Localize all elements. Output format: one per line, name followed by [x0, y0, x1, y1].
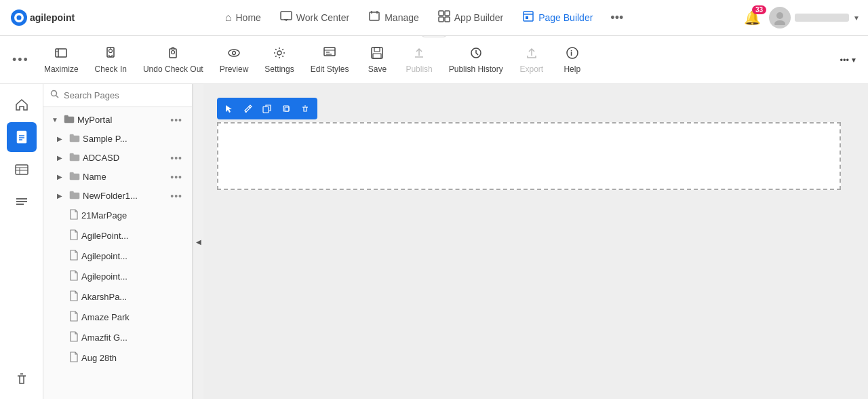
nav-pagebuilder[interactable]: Page Builder	[514, 6, 601, 29]
tree-item-samplep[interactable]: ▶ Sample P...	[46, 130, 189, 148]
end-more-icon: •••	[840, 55, 849, 65]
expand-newfolder1[interactable]: ▶	[57, 192, 66, 200]
nav-workcenter[interactable]: Work Center	[272, 6, 357, 29]
svg-point-2	[17, 16, 22, 20]
tree-item-amazepark[interactable]: Amaze Park	[46, 307, 189, 327]
sidebar-icon-home[interactable]	[7, 90, 37, 119]
svg-rect-35	[374, 48, 380, 52]
tree-label-myportal: MyPortal	[77, 115, 166, 125]
publishhistory-icon	[469, 46, 483, 62]
element-tool-copy[interactable]	[278, 100, 294, 117]
tree-item-akarshpa[interactable]: AkarshPa...	[46, 287, 189, 307]
canvas-element[interactable]	[217, 122, 841, 190]
svg-rect-14	[524, 12, 533, 21]
element-tool-select[interactable]	[221, 100, 237, 117]
user-avatar[interactable]: ▼	[769, 7, 860, 28]
undocheckout-icon	[166, 46, 180, 62]
tree-item-myportal[interactable]: ▼ MyPortal •••	[46, 111, 189, 129]
expand-name[interactable]: ▶	[57, 173, 66, 180]
tree-item-amazfitg[interactable]: Amazfit G...	[46, 328, 189, 347]
sidebar-icon-trash[interactable]	[7, 364, 37, 394]
tree-label-name: Name	[83, 172, 166, 182]
nav-pagebuilder-label: Page Builder	[538, 12, 593, 23]
tree-label-agilepoint2: Agilepoint...	[81, 251, 184, 261]
folder-icon-name	[69, 171, 80, 183]
tree-item-newfolder1[interactable]: ▶ NewFolder1... •••	[46, 187, 189, 205]
svg-line-54	[56, 96, 59, 98]
tree-label-newfolder1: NewFolder1...	[83, 191, 166, 201]
toolbar-editstyles[interactable]: Edit Styles	[302, 42, 357, 78]
toolbar-overflow-more[interactable]: •••	[5, 49, 36, 71]
tree-item-21marpage[interactable]: 21MarPage	[46, 206, 189, 225]
toolbar-publishhistory[interactable]: Publish History	[441, 42, 511, 78]
element-tool-delete[interactable]	[297, 100, 313, 117]
nav-home-label: Home	[236, 12, 261, 23]
tree-more-name[interactable]: •••	[169, 172, 184, 183]
checkin-label: Check In	[95, 64, 127, 74]
svg-rect-11	[445, 11, 450, 16]
help-label: Help	[564, 64, 580, 74]
toolbar-end-more[interactable]: ••• ▼	[834, 51, 863, 69]
notification-button[interactable]: 🔔 33	[744, 10, 761, 26]
expand-adcasd[interactable]: ▶	[57, 154, 66, 162]
canvas-area[interactable]	[203, 84, 868, 399]
element-tool-duplicate[interactable]	[259, 100, 275, 117]
sidebar-icon-pages[interactable]	[7, 122, 37, 152]
tree-more-adcasd[interactable]: •••	[169, 153, 184, 164]
expand-myportal[interactable]: ▼	[52, 116, 61, 124]
toolbar-undocheckout[interactable]: Undo Check Out	[135, 42, 212, 78]
sidebar-icon-content[interactable]	[7, 187, 37, 217]
pages-panel: ▼ MyPortal ••• ▶ Sample P...	[43, 84, 193, 399]
folder-icon-newfolder1	[69, 190, 80, 202]
export-label: Export	[519, 64, 543, 74]
notification-badge: 33	[752, 5, 766, 14]
export-icon	[525, 46, 538, 62]
settings-icon	[273, 46, 286, 62]
svg-rect-16	[526, 16, 528, 19]
svg-rect-13	[445, 17, 450, 22]
nav-manage[interactable]: Manage	[360, 6, 427, 29]
toolbar-maximize[interactable]: Maximize	[36, 42, 87, 78]
svg-point-26	[172, 50, 175, 54]
page-icon-akarshpa	[69, 290, 79, 303]
publish-icon	[412, 46, 426, 62]
nav-appbuilder-label: App Builder	[454, 12, 503, 23]
collapse-sidebar-button[interactable]: ◀	[193, 84, 203, 399]
maximize-icon	[54, 46, 68, 62]
tree-more-newfolder1[interactable]: •••	[169, 191, 184, 202]
tree-item-name[interactable]: ▶ Name •••	[46, 168, 189, 186]
svg-point-18	[774, 20, 785, 25]
home-icon: ⌂	[225, 12, 232, 24]
svg-point-53	[52, 91, 57, 96]
tree-label-amazepark: Amaze Park	[81, 312, 184, 322]
toolbar-preview[interactable]: Preview	[212, 42, 257, 78]
svg-rect-45	[16, 165, 28, 174]
tree-item-adcasd[interactable]: ▶ ADCASD •••	[46, 149, 189, 167]
tree-item-aug28th[interactable]: Aug 28th	[46, 348, 189, 368]
search-input[interactable]	[64, 90, 185, 100]
tree-item-agilepoint3[interactable]: Agilepoint...	[46, 267, 189, 286]
page-icon-21marpage	[69, 209, 79, 222]
toolbar-settings[interactable]: Settings	[256, 42, 302, 78]
tree-more-myportal[interactable]: •••	[169, 115, 184, 126]
nav-manage-label: Manage	[384, 12, 419, 23]
element-tool-edit[interactable]	[240, 100, 256, 117]
pages-tree: ▼ MyPortal ••• ▶ Sample P...	[43, 107, 192, 399]
nav-home[interactable]: ⌂ Home	[217, 7, 269, 28]
canvas-container	[203, 84, 868, 204]
editstyles-label: Edit Styles	[311, 64, 349, 74]
workcenter-icon	[280, 10, 292, 25]
nav-appbuilder[interactable]: App Builder	[430, 6, 511, 29]
logo[interactable]: agilepoint	[8, 7, 103, 28]
nav-more-button[interactable]: •••	[604, 7, 630, 29]
tree-label-amazfitg: Amazfit G...	[81, 332, 184, 343]
svg-point-23	[109, 49, 113, 52]
toolbar-checkin[interactable]: Check In	[87, 42, 135, 78]
sidebar-icon-list[interactable]	[7, 155, 37, 185]
tree-label-21marpage: 21MarPage	[81, 210, 184, 221]
tree-item-agilepoint2[interactable]: Agilepoint...	[46, 246, 189, 266]
toolbar-save[interactable]: Save	[357, 42, 397, 78]
tree-item-agilepoint1[interactable]: AgilePoint...	[46, 226, 189, 246]
toolbar-help[interactable]: i Help	[552, 42, 593, 78]
expand-samplep[interactable]: ▶	[57, 135, 66, 142]
